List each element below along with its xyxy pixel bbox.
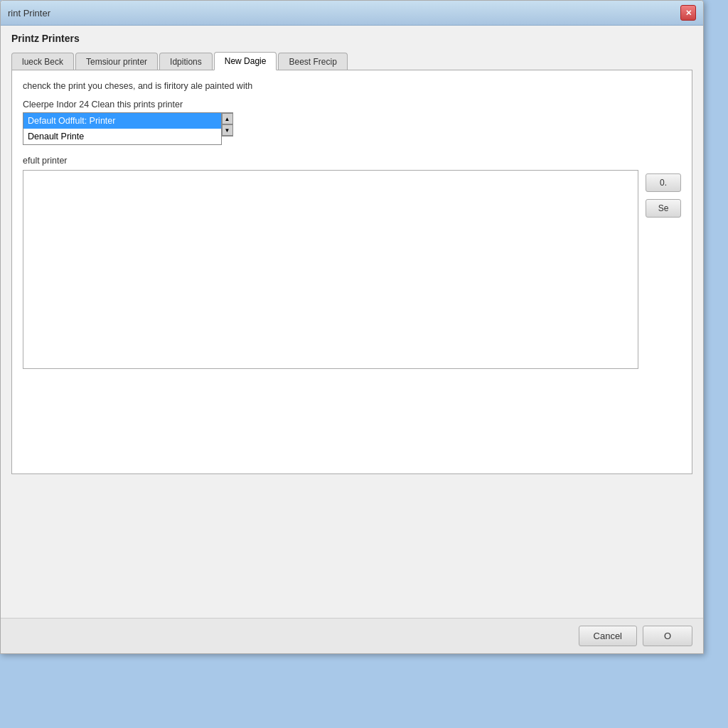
printer-info-box: [23, 170, 638, 369]
side-buttons: 0. Se: [646, 170, 681, 463]
listbox-item-default-odffult[interactable]: Default Odffult: Printer: [23, 113, 221, 129]
default-printer-label: efult printer: [23, 156, 681, 166]
window-controls: ✕: [680, 5, 696, 21]
printer-listbox[interactable]: Default Odffult: Printer Denault Printe: [23, 112, 222, 145]
listbox-item-denault[interactable]: Denault Printe: [23, 129, 221, 144]
print-printer-window: rint Printer ✕ Printz Printers lueck Bec…: [0, 0, 704, 654]
tab-bar: lueck Beck Temsiour printer Idpitions Ne…: [11, 51, 692, 70]
listbox-container: Default Odffult: Printer Denault Printe …: [23, 112, 681, 145]
bottom-bar: Cancel O: [1, 618, 703, 653]
ok-button[interactable]: O: [643, 626, 692, 646]
side-button-1[interactable]: 0.: [646, 173, 681, 192]
window-body: Printz Printers lueck Beck Temsiour prin…: [1, 26, 703, 611]
spacer: [11, 474, 692, 604]
tab-lueck-beck[interactable]: lueck Beck: [11, 53, 74, 70]
listbox-scrollbar: ▲ ▼: [222, 112, 233, 136]
tab-idpitions[interactable]: Idpitions: [159, 53, 213, 70]
cancel-button[interactable]: Cancel: [579, 626, 637, 646]
window-title: rint Printer: [8, 8, 50, 18]
scrollbar-up-button[interactable]: ▲: [222, 113, 233, 124]
tab-beest-frecip[interactable]: Beest Frecip: [278, 53, 347, 70]
scrollbar-down-button[interactable]: ▼: [222, 124, 233, 136]
tab-new-dagie[interactable]: New Dagie: [214, 52, 277, 70]
tab-content: chenck the print you cheses, and is firi…: [11, 70, 692, 474]
tab-temsiour-printer[interactable]: Temsiour printer: [75, 53, 158, 70]
info-area-row: 0. Se: [23, 170, 681, 463]
listbox-label: Cleerpe Indor 24 Clean this prints print…: [23, 100, 681, 109]
title-bar: rint Printer ✕: [1, 1, 703, 26]
dialog-title: Printz Printers: [11, 33, 692, 44]
close-button[interactable]: ✕: [680, 5, 696, 21]
description-text: chenck the print you cheses, and is firi…: [23, 81, 681, 91]
side-button-2[interactable]: Se: [646, 199, 681, 218]
